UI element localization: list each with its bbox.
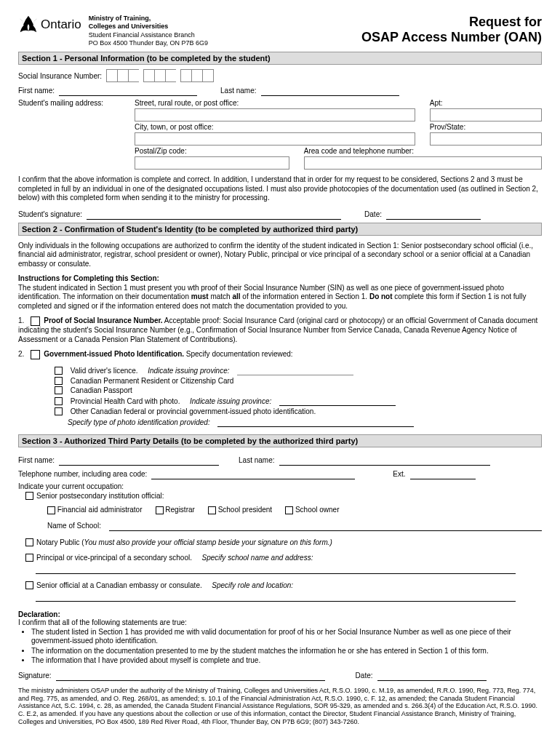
- apt-label: Apt:: [430, 99, 542, 107]
- ontario-logo: Ontario: [18, 15, 81, 35]
- principal-checkbox[interactable]: [25, 554, 33, 562]
- phone-input[interactable]: [304, 156, 542, 170]
- proof-sin-checkbox[interactable]: [31, 316, 40, 326]
- health-prov-label: Indicate issuing province:: [190, 397, 271, 405]
- s1-date-label: Date:: [364, 210, 382, 218]
- postal-label: Postal/Zip code:: [135, 147, 289, 155]
- embassy-input[interactable]: [36, 591, 516, 602]
- occ-label: Indicate your current occupation:: [18, 482, 542, 490]
- decl-intro: I confirm that all of the following stat…: [18, 618, 187, 626]
- form-title: Request for OSAP Access Number (OAN): [361, 15, 542, 44]
- s3-lname-label: Last name:: [239, 456, 274, 464]
- city-label: City, town, or post office:: [135, 123, 415, 131]
- ministry-block: Ministry of Training, Colleges and Unive…: [89, 15, 208, 47]
- health-prov-input[interactable]: [279, 396, 396, 406]
- other-id-checkbox[interactable]: [55, 407, 63, 415]
- s1-confirm-text: I confirm that the above information is …: [18, 175, 542, 203]
- sin-label: Social Insurance Number:: [18, 72, 102, 80]
- pr-label: Canadian Permanent Resident or Citizensh…: [71, 377, 234, 385]
- sin-input[interactable]: [106, 69, 214, 82]
- reg-checkbox[interactable]: [156, 506, 164, 514]
- city-input[interactable]: [135, 132, 415, 146]
- decl-heading: Declaration:: [18, 610, 60, 618]
- passport-label: Canadian Passport: [71, 386, 132, 394]
- trillium-icon: [18, 15, 39, 35]
- s3-lname-input[interactable]: [279, 455, 490, 466]
- branch-name: Student Financial Assistance Branch: [89, 31, 195, 39]
- phone-label: Area code and telephone number:: [304, 147, 542, 155]
- decl-date-label: Date:: [356, 672, 373, 680]
- school-input[interactable]: [109, 520, 542, 531]
- prov-input[interactable]: [430, 132, 542, 146]
- gov-id-text: Specify documentation reviewed:: [186, 350, 293, 358]
- s2-instructions: Instructions for Completing this Section…: [18, 274, 542, 311]
- decl-list: The student listed in Section 1 has prov…: [18, 628, 542, 666]
- dl-label: Valid driver's licence.: [71, 367, 138, 375]
- s3-phone-input[interactable]: [151, 469, 355, 479]
- other-id-spec-label: Specify type of photo identification pro…: [68, 418, 210, 426]
- owner-checkbox[interactable]: [285, 506, 293, 514]
- dl-prov-input[interactable]: [237, 365, 353, 375]
- s1-sig-input[interactable]: [87, 209, 341, 220]
- senior-label: Senior postsecondary institution officia…: [36, 492, 164, 500]
- s2-para1: Only individuals in the following occupa…: [18, 242, 542, 269]
- decl-bullet3: The information that I have provided abo…: [31, 656, 542, 666]
- mail-label: Student's mailing address:: [18, 99, 120, 121]
- s1-sig-label: Student's signature:: [18, 210, 82, 218]
- other-id-label: Other Canadian federal or provincial gov…: [71, 407, 316, 415]
- school-label: Name of School:: [47, 522, 101, 530]
- s1-date-input[interactable]: [386, 209, 481, 220]
- s3-phone-label: Telephone number, including area code:: [18, 470, 147, 478]
- s2-item1: 1. Proof of Social Insurance Number. Acc…: [18, 316, 542, 344]
- proof-sin-heading: Proof of Social Insurance Number.: [44, 316, 162, 324]
- decl-sig-label: Signature:: [18, 672, 52, 680]
- decl-date-input[interactable]: [377, 670, 487, 681]
- title-line2: OSAP Access Number (OAN): [361, 30, 542, 44]
- ministry-line2: Colleges and Universities: [89, 23, 169, 30]
- embassy-checkbox[interactable]: [25, 581, 33, 589]
- section1-header: Section 1 - Personal Information (to be …: [18, 52, 542, 65]
- postal-input[interactable]: [135, 156, 289, 170]
- ministry-line1: Ministry of Training,: [89, 15, 151, 22]
- gov-id-checkbox[interactable]: [31, 350, 40, 359]
- title-line1: Request for: [469, 15, 542, 29]
- passport-checkbox[interactable]: [55, 386, 63, 394]
- fin-label: Financial aid administrator: [57, 506, 143, 514]
- dl-checkbox[interactable]: [55, 367, 63, 375]
- apt-input[interactable]: [430, 108, 542, 121]
- principal-input[interactable]: [36, 563, 516, 574]
- principal-label: Principal or vice-principal of a seconda…: [36, 554, 192, 562]
- s2-num1: 1.: [18, 316, 24, 324]
- health-label: Provincial Health Card with photo.: [71, 397, 180, 405]
- health-checkbox[interactable]: [55, 397, 63, 405]
- pr-checkbox[interactable]: [55, 377, 63, 385]
- reg-label: Registrar: [165, 506, 195, 514]
- notary-label: Notary Public (You must also provide you…: [36, 538, 332, 546]
- street-input[interactable]: [135, 108, 415, 121]
- embassy-spec-label: Specify role and location:: [212, 581, 293, 589]
- s3-ext-input[interactable]: [410, 469, 476, 479]
- lname-input[interactable]: [261, 85, 399, 96]
- ministry-address: PO Box 4500 Thunder Bay, ON P7B 6G9: [89, 39, 208, 47]
- fin-checkbox[interactable]: [47, 506, 55, 514]
- fname-label: First name:: [18, 87, 55, 95]
- s3-ext-label: Ext.: [393, 470, 405, 478]
- pres-checkbox[interactable]: [208, 506, 216, 514]
- gov-id-heading: Government-issued Photo Identification.: [44, 350, 184, 358]
- embassy-label: Senior official at a Canadian embassy or…: [36, 581, 202, 589]
- senior-checkbox[interactable]: [25, 492, 33, 500]
- footer-legal: The ministry administers OSAP under the …: [18, 687, 542, 726]
- decl-sig-input[interactable]: [56, 670, 325, 681]
- owner-label: School owner: [295, 506, 340, 514]
- prov-label: Prov/State:: [430, 123, 542, 131]
- fname-input[interactable]: [59, 85, 197, 96]
- s2-instr-body: The student indicated in Section 1 must …: [18, 284, 527, 310]
- street-label: Street, rural route, or post office:: [135, 99, 415, 107]
- s2-item2: 2. Government-issued Photo Identificatio…: [18, 350, 542, 359]
- principal-spec-label: Specify school name and address:: [202, 554, 313, 562]
- section3-header: Section 3 - Authorized Third Party Detai…: [18, 434, 542, 447]
- decl-bullet1: The student listed in Section 1 has prov…: [31, 628, 542, 646]
- s3-fname-input[interactable]: [59, 455, 219, 466]
- notary-checkbox[interactable]: [25, 538, 33, 546]
- other-id-input[interactable]: [217, 417, 414, 427]
